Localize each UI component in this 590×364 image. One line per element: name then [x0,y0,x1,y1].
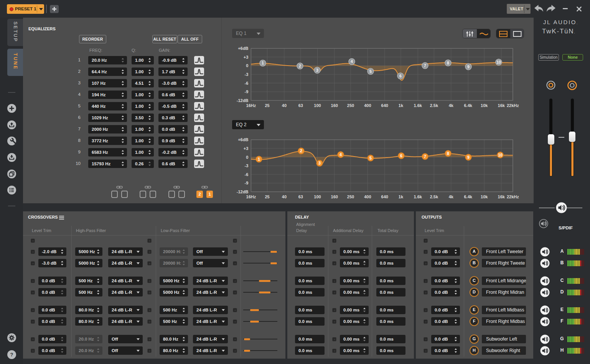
svg-text:10k: 10k [481,194,488,199]
svg-text:4k: 4k [449,194,454,199]
svg-text:1.6k: 1.6k [414,103,422,108]
svg-text:8: 8 [447,61,449,65]
svg-text:250: 250 [347,194,354,199]
svg-text:-6: -6 [245,172,249,177]
svg-text:25: 25 [265,194,269,199]
svg-text:1.6k: 1.6k [414,194,422,199]
svg-text:1k: 1k [399,103,404,108]
svg-text:10k: 10k [481,103,488,108]
svg-text:-9: -9 [245,181,249,185]
svg-text:40: 40 [282,194,287,199]
svg-text:-12dB: -12dB [237,189,249,194]
svg-text:-3: -3 [245,72,249,77]
svg-text:7: 7 [424,154,426,159]
svg-text:63: 63 [298,103,303,108]
svg-text:640: 640 [381,103,388,108]
svg-text:100: 100 [314,194,321,199]
svg-text:1: 1 [258,157,260,161]
svg-text:250: 250 [347,103,354,108]
svg-text:4: 4 [339,152,342,157]
svg-text:400: 400 [364,194,371,199]
svg-text:16k: 16k [498,103,505,108]
svg-text:2.5k: 2.5k [430,194,438,199]
svg-text:?: ? [10,352,13,357]
svg-text:3: 3 [318,161,321,165]
svg-text:160: 160 [331,194,338,199]
svg-text:9: 9 [467,64,470,69]
svg-text:16k: 16k [498,194,505,199]
svg-text:2.5k: 2.5k [430,103,438,108]
svg-text:+3: +3 [244,55,249,59]
svg-text:22kHz: 22kHz [507,194,519,199]
svg-text:5: 5 [369,156,372,160]
svg-text:-9: -9 [245,89,249,94]
svg-text:16Hz: 16Hz [246,103,256,108]
svg-text:1k: 1k [399,194,404,199]
svg-text:2: 2 [299,64,301,68]
svg-text:9: 9 [467,155,470,160]
svg-text:10: 10 [498,153,503,157]
svg-text:5: 5 [369,69,372,74]
svg-text:40: 40 [282,103,287,108]
svg-text:-3: -3 [245,163,249,168]
svg-text:100: 100 [314,103,321,108]
svg-text:3: 3 [316,68,318,72]
svg-text:16Hz: 16Hz [246,194,256,199]
svg-text:160: 160 [331,103,338,108]
svg-text:400: 400 [364,103,371,108]
svg-text:10: 10 [496,60,501,64]
svg-text:4k: 4k [449,103,454,108]
svg-text:-12dB: -12dB [237,98,249,103]
svg-text:22kHz: 22kHz [507,103,519,108]
svg-text:640: 640 [381,194,388,199]
svg-text:6.4k: 6.4k [464,194,472,199]
svg-text:6.4k: 6.4k [464,103,472,108]
svg-text:6: 6 [400,153,402,158]
svg-text:-6: -6 [245,81,249,86]
svg-text:+6dB: +6dB [238,46,248,51]
svg-text:8: 8 [447,151,449,156]
svg-text:63: 63 [298,194,303,199]
svg-text:1: 1 [262,61,264,65]
svg-text:+3: +3 [244,146,249,151]
svg-text:2: 2 [300,148,302,153]
svg-text:0: 0 [246,63,248,68]
svg-text:7: 7 [424,63,426,68]
svg-text:4: 4 [351,59,353,64]
svg-text:0: 0 [246,155,248,160]
svg-text:6: 6 [399,74,402,78]
svg-text:+6dB: +6dB [238,137,248,142]
svg-text:25: 25 [265,103,269,108]
